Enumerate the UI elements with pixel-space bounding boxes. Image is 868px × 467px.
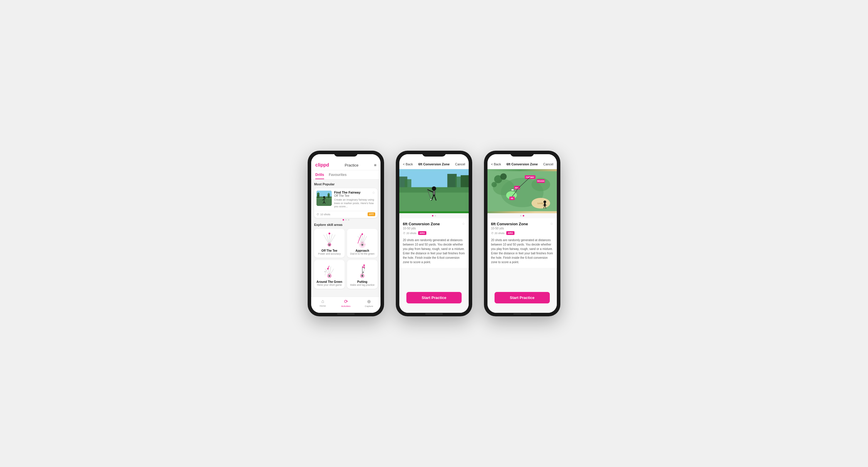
screen-2: < Back 6ft Conversion Zone Cancel (399, 154, 469, 313)
ott-icon-area (320, 232, 338, 248)
nav-capture[interactable]: ⊕ Capture (357, 299, 380, 307)
card-body: Find The Fairway Off The Tee ☆ Create an… (334, 191, 375, 208)
clock-icon-detail: ⏱ (403, 232, 405, 235)
drill-badge: OTT (368, 212, 375, 216)
tab-drills[interactable]: Drills (315, 173, 324, 179)
svg-text:FAIRWAY: FAIRWAY (526, 176, 534, 178)
skill-card-atg[interactable]: Around The Green Hone your short game (314, 260, 345, 289)
menu-icon[interactable]: ≡ (374, 163, 376, 167)
home-bar-2 (425, 313, 443, 314)
nav-activities[interactable]: ⟳ Activities (334, 299, 358, 307)
skill-card-putting[interactable]: Putting Make and lag practice (347, 260, 378, 289)
shots-label: 10 shots (320, 213, 330, 216)
image-dots (399, 213, 469, 218)
detail-content: 6ft Conversion Zone ☆ 10-50 yds ⏱ 20 sho… (399, 169, 469, 286)
card-footer: ⏱ 10 shots OTT (314, 211, 378, 218)
svg-line-12 (324, 199, 326, 199)
skill-card-approach[interactable]: Approach Dial-in to hit the green (347, 229, 378, 258)
skill-name-putting: Putting (357, 280, 367, 283)
skill-card-ott[interactable]: Off The Tee Power and accuracy (314, 229, 345, 258)
shots-row-3: ⏱ 20 shots ARG (491, 231, 553, 235)
dot-1 (343, 219, 344, 221)
hero-map: SAND FAIRWAY ROUGH Hit (488, 169, 557, 213)
card-subtitle: Off The Tee (334, 194, 361, 197)
home-icon: ⌂ (321, 299, 324, 304)
svg-point-63 (431, 199, 432, 200)
app-logo: clippd (315, 162, 329, 168)
svg-point-31 (362, 234, 363, 235)
svg-point-71 (500, 173, 507, 180)
favourite-icon[interactable]: ☆ (372, 191, 375, 198)
svg-point-22 (329, 233, 330, 234)
card-description: Create an imaginary fairway using trees … (334, 198, 375, 208)
svg-text:Hit: Hit (511, 197, 513, 199)
featured-drill-card[interactable]: Find The Fairway Off The Tee ☆ Create an… (314, 188, 378, 218)
start-practice-button-3[interactable]: Start Practice (495, 292, 550, 303)
screen-1: clippd Practice ≡ Drills Favourites Most… (311, 154, 380, 313)
svg-text:ROUGH: ROUGH (537, 180, 545, 182)
start-practice-button[interactable]: Start Practice (406, 292, 462, 303)
svg-point-84 (544, 201, 546, 203)
back-button-3[interactable]: < Back (491, 162, 501, 166)
start-btn-area-3: Start Practice (488, 286, 557, 313)
drill-info: 6ft Conversion Zone ☆ 10-50 yds ⏱ 20 sho… (399, 218, 469, 268)
svg-point-55 (432, 187, 436, 191)
drill-shots: ⏱ 20 shots (403, 232, 416, 235)
golf-map-svg: SAND FAIRWAY ROUGH Hit (488, 169, 557, 213)
shots-count-3: 20 shots (495, 232, 504, 235)
card-title: Find The Fairway (334, 191, 361, 194)
drill-description-3: 20 shots are randomly generated at dista… (491, 238, 553, 264)
drill-range: 10-50 yds (403, 227, 465, 230)
back-button[interactable]: < Back (403, 162, 413, 166)
skill-desc-putting: Make and lag practice (350, 283, 374, 287)
cancel-button-3[interactable]: Cancel (543, 162, 553, 166)
title-row: 6ft Conversion Zone ☆ (403, 222, 465, 226)
skills-grid: Off The Tee Power and accuracy (314, 229, 378, 289)
phone-2: < Back 6ft Conversion Zone Cancel (396, 151, 472, 316)
screen-3: < Back 6ft Conversion Zone Cancel SAND (488, 154, 557, 313)
svg-point-41 (364, 265, 365, 266)
nav-home[interactable]: ⌂ Home (311, 299, 334, 307)
nav-home-label: Home (320, 305, 326, 307)
svg-rect-61 (433, 191, 435, 195)
favourite-star-3[interactable]: ☆ (550, 222, 553, 226)
activities-icon: ⟳ (344, 299, 348, 304)
header-title: Practice (345, 163, 359, 167)
phone-3: < Back 6ft Conversion Zone Cancel SAND (484, 151, 560, 316)
favourite-star[interactable]: ☆ (462, 222, 465, 226)
skill-desc-atg: Hone your short game (317, 283, 342, 287)
svg-line-16 (323, 235, 330, 245)
capture-icon: ⊕ (367, 299, 371, 304)
svg-text:SAND: SAND (537, 202, 543, 205)
putting-svg-icon (353, 263, 371, 279)
clock-icon-3: ⏱ (491, 232, 494, 235)
detail-header-title: 6ft Conversion Zone (418, 162, 450, 166)
approach-svg-icon (353, 232, 371, 248)
hero-image (399, 169, 469, 213)
atg-svg-icon (320, 263, 338, 279)
svg-rect-46 (362, 266, 365, 268)
dot-3 (348, 219, 349, 221)
drill-info-3: 6ft Conversion Zone ☆ 10-50 yds ⏱ 20 sho… (488, 218, 557, 268)
clock-icon: ⏱ (316, 213, 319, 216)
img-dot-2 (435, 215, 436, 216)
drill-description: 20 shots are randomly generated at dista… (403, 238, 465, 264)
dot-2 (345, 219, 347, 221)
shots-row: ⏱ 20 shots ARG (403, 231, 465, 235)
svg-line-20 (330, 235, 335, 245)
svg-rect-75 (512, 190, 514, 191)
detail-header-title-3: 6ft Conversion Zone (506, 162, 538, 166)
drill-badge: ARG (418, 231, 426, 235)
shots-info: ⏱ 10 shots (316, 213, 330, 216)
drill-shots-3: ⏱ 20 shots (491, 232, 504, 235)
start-btn-area: Start Practice (399, 286, 469, 313)
atg-icon-area (320, 263, 338, 279)
svg-line-28 (362, 236, 367, 245)
bottom-nav: ⌂ Home ⟳ Activities ⊕ Capture (311, 297, 380, 313)
title-row-3: 6ft Conversion Zone ☆ (491, 222, 553, 226)
drill-badge-3: ARG (506, 231, 515, 235)
cancel-button[interactable]: Cancel (455, 162, 465, 166)
tab-favourites[interactable]: Favourites (329, 173, 347, 179)
app-header: clippd Practice ≡ (311, 154, 380, 170)
ott-svg-icon (320, 232, 338, 248)
